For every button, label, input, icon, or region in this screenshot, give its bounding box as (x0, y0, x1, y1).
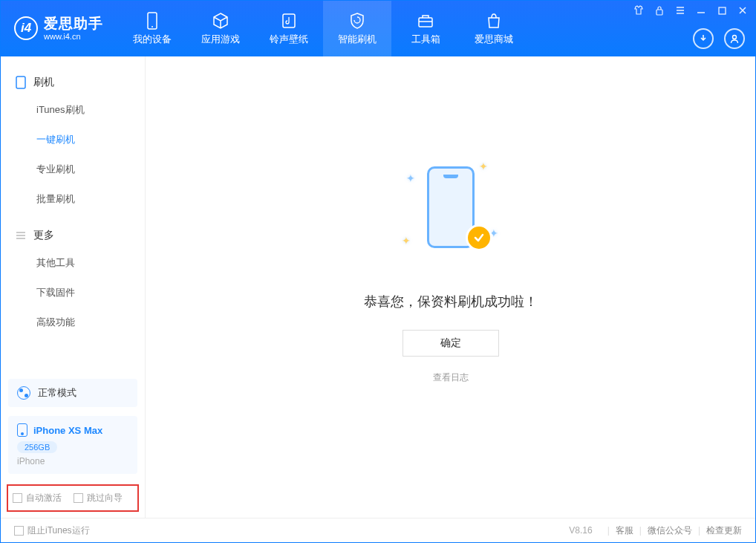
bag-icon (485, 12, 503, 30)
header-right-actions (693, 28, 745, 49)
checkbox-label: 阻止iTunes运行 (27, 524, 90, 537)
check-badge-icon (466, 224, 492, 251)
support-link[interactable]: 客服 (616, 524, 633, 537)
checkbox-label: 跳过向导 (87, 492, 123, 504)
svg-point-6 (733, 36, 737, 39)
lock-icon[interactable] (653, 4, 666, 17)
status-bar: 阻止iTunes运行 V8.16 | 客服 | 微信公众号 | 检查更新 (1, 518, 755, 542)
shield-icon (348, 12, 366, 30)
user-button[interactable] (724, 28, 745, 49)
sidebar-item-other-tools[interactable]: 其他工具 (1, 248, 145, 278)
mode-card[interactable]: 正常模式 (8, 379, 137, 407)
logo-icon: i4 (14, 16, 38, 40)
wechat-link[interactable]: 微信公众号 (648, 524, 692, 537)
phone-icon (16, 76, 26, 89)
success-message: 恭喜您，保资料刷机成功啦！ (364, 293, 538, 310)
mode-label: 正常模式 (38, 386, 76, 400)
app-url: www.i4.cn (44, 32, 103, 41)
checkbox-icon (13, 493, 22, 503)
nav-label: 智能刷机 (338, 33, 377, 46)
toolbox-icon (417, 12, 434, 30)
app-name: 爱思助手 (44, 16, 103, 32)
svg-rect-4 (656, 10, 662, 15)
nav-ringtones[interactable]: 铃声壁纸 (255, 1, 323, 56)
music-note-icon (280, 12, 298, 30)
nav-label: 应用游戏 (201, 33, 240, 46)
ok-button[interactable]: 确定 (403, 330, 499, 357)
nav-smart-flash[interactable]: 智能刷机 (323, 1, 391, 56)
checkbox-auto-activate[interactable]: 自动激活 (13, 492, 62, 504)
checkbox-icon (74, 493, 83, 503)
maximize-button[interactable] (715, 4, 729, 17)
checkbox-label: 自动激活 (26, 492, 62, 504)
sidebar-item-oneclick-flash[interactable]: 一键刷机 (1, 125, 145, 155)
list-icon (16, 230, 26, 241)
sidebar-item-batch-flash[interactable]: 批量刷机 (1, 184, 145, 214)
checkbox-block-itunes[interactable]: 阻止iTunes运行 (14, 524, 90, 537)
sidebar-group-flash: 刷机 (1, 70, 145, 95)
device-type: iPhone (17, 456, 128, 466)
view-log-link[interactable]: 查看日志 (433, 371, 469, 384)
sidebar-item-advanced[interactable]: 高级功能 (1, 308, 145, 337)
minimize-button[interactable] (694, 4, 708, 17)
nav-label: 我的设备 (133, 33, 172, 46)
nav-store[interactable]: 爱思商城 (460, 1, 528, 56)
main-nav: 我的设备 应用游戏 铃声壁纸 智能刷机 工具箱 爱思商城 (118, 1, 528, 56)
nav-my-device[interactable]: 我的设备 (118, 1, 186, 56)
svg-rect-7 (16, 77, 25, 88)
main-content: ✦✦✦✦ 恭喜您，保资料刷机成功啦！ 确定 查看日志 (146, 56, 755, 518)
group-title: 更多 (33, 229, 54, 242)
check-update-link[interactable]: 检查更新 (706, 524, 742, 537)
sidebar-group-more: 更多 (1, 223, 145, 248)
close-button[interactable] (736, 4, 749, 17)
app-logo: i4 爱思助手 www.i4.cn (1, 16, 112, 41)
title-bar: i4 爱思助手 www.i4.cn 我的设备 应用游戏 铃声壁纸 智能刷机 工具… (1, 1, 755, 56)
sidebar-item-itunes-flash[interactable]: iTunes刷机 (1, 95, 145, 125)
sidebar: 刷机 iTunes刷机 一键刷机 专业刷机 批量刷机 更多 其他工具 下载固件 … (1, 56, 146, 518)
sidebar-item-download-firmware[interactable]: 下载固件 (1, 278, 145, 308)
device-name: iPhone XS Max (33, 425, 102, 436)
mode-icon (17, 386, 30, 400)
sidebar-item-pro-flash[interactable]: 专业刷机 (1, 155, 145, 184)
nav-label: 爱思商城 (475, 33, 513, 46)
device-card[interactable]: iPhone XS Max 256GB iPhone (8, 416, 137, 474)
shirt-icon[interactable] (632, 4, 645, 17)
svg-rect-3 (419, 18, 432, 27)
svg-point-1 (151, 26, 153, 27)
nav-label: 工具箱 (411, 33, 440, 46)
flash-options-highlighted: 自动激活 跳过向导 (7, 484, 139, 512)
storage-badge: 256GB (17, 441, 57, 453)
nav-apps-games[interactable]: 应用游戏 (186, 1, 255, 56)
nav-toolbox[interactable]: 工具箱 (391, 1, 460, 56)
device-icon (143, 12, 161, 30)
nav-label: 铃声壁纸 (270, 33, 308, 46)
svg-rect-5 (719, 7, 726, 14)
cube-icon (212, 12, 229, 30)
checkbox-skip-guide[interactable]: 跳过向导 (74, 492, 123, 504)
version-label: V8.16 (569, 525, 592, 536)
success-illustration: ✦✦✦✦ (406, 160, 495, 272)
group-title: 刷机 (33, 76, 54, 89)
checkbox-icon (14, 526, 24, 536)
device-icon (17, 423, 27, 437)
menu-icon[interactable] (674, 4, 687, 17)
window-controls (632, 4, 749, 17)
download-button[interactable] (693, 28, 714, 49)
